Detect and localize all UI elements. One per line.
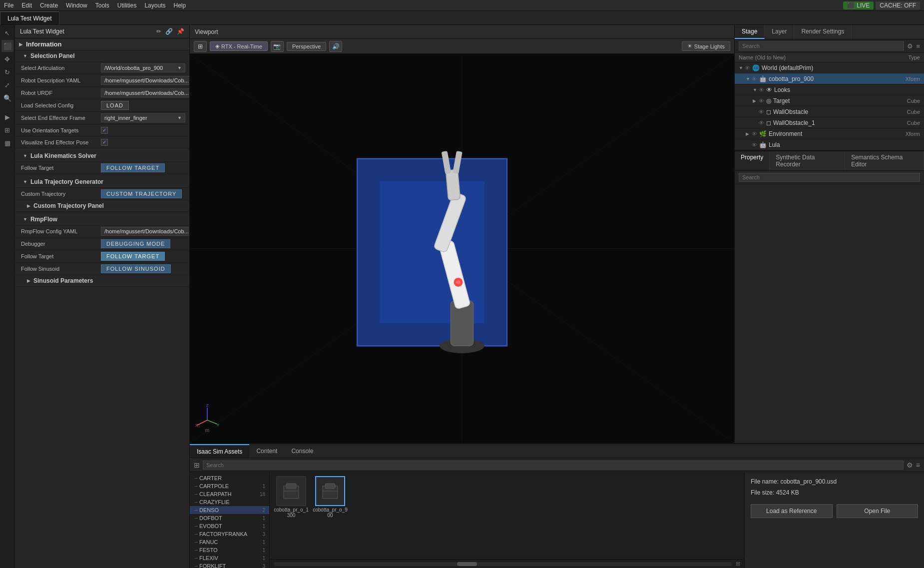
- sidebar-icon-grid[interactable]: ▦: [1, 137, 13, 149]
- tab-content[interactable]: Content: [249, 444, 284, 458]
- checkbox-visualize-eff[interactable]: [101, 139, 108, 146]
- checkbox-use-orientation[interactable]: [101, 127, 108, 134]
- vp-btn-perspective[interactable]: Perspective: [287, 42, 326, 51]
- field-rmpflow-config[interactable]: /home/mgussert/Downloads/Cob...: [101, 227, 190, 236]
- btn-stage-lights[interactable]: ☀ Stage Lights: [682, 41, 730, 51]
- tab-isaac-sim-assets[interactable]: Isaac Sim Assets: [190, 444, 249, 458]
- asset-tree-item-9[interactable]: → FESTO 1: [190, 546, 269, 554]
- stage-tree-item-1[interactable]: ▼ 👁 🤖 cobotta_pro_900 Xform: [735, 73, 924, 84]
- stage-tree-item-4[interactable]: 👁 ◻ WallObstacle Cube: [735, 106, 924, 117]
- menu-window[interactable]: Window: [66, 2, 87, 9]
- tab-console[interactable]: Console: [284, 444, 320, 458]
- tab-property[interactable]: Property: [735, 151, 770, 170]
- asset-tree-item-10[interactable]: → FLEXIV 1: [190, 554, 269, 562]
- btn-follow-target-kinematics[interactable]: FOLLOW TARGET: [101, 163, 165, 172]
- sidebar-icon-panels[interactable]: ⊞: [1, 124, 13, 136]
- viewport-canvas[interactable]: Z X Y m: [190, 54, 734, 443]
- btn-debugger[interactable]: DEBUGGING MODE: [101, 239, 170, 248]
- asset-tree-item-7[interactable]: → FACTORYFRANKA 3: [190, 530, 269, 538]
- tree-eye-6[interactable]: 👁: [752, 131, 757, 137]
- selection-panel-header[interactable]: ▼ Selection Panel: [15, 50, 189, 62]
- dropdown-select-articulation[interactable]: /World/cobotta_pro_900 ▼: [101, 63, 185, 72]
- field-robot-urdf[interactable]: /home/mgussert/Downloads/Cob...: [101, 88, 190, 97]
- asset-tree-item-8[interactable]: → FANUC 1: [190, 538, 269, 546]
- tab-render-settings[interactable]: Render Settings: [794, 25, 852, 39]
- tree-eye-5[interactable]: 👁: [759, 120, 764, 126]
- sidebar-icon-cursor[interactable]: ↖: [1, 27, 13, 39]
- tab-synthetic-data[interactable]: Synthetic Data Recorder: [770, 151, 845, 170]
- sidebar-icon-rotate[interactable]: ↻: [1, 66, 13, 78]
- section-information[interactable]: ▶ Information: [15, 38, 189, 50]
- asset-tree-item-4[interactable]: → DENSO 2: [190, 506, 269, 514]
- vp-btn-audio[interactable]: 🔊: [329, 41, 342, 52]
- vp-btn-camera-icon[interactable]: 📷: [271, 41, 284, 52]
- dropdown-end-effector[interactable]: right_inner_finger ▼: [101, 113, 185, 122]
- tree-eye-7[interactable]: 👁: [752, 142, 757, 148]
- stage-tree-item-7[interactable]: 👁 🤖 Lula: [735, 139, 924, 150]
- tab-stage[interactable]: Stage: [735, 25, 765, 39]
- menu-create[interactable]: Create: [40, 2, 58, 9]
- asset-tree-item-5[interactable]: → DOFBOT 1: [190, 514, 269, 522]
- vp-btn-layout[interactable]: ⊞: [194, 41, 207, 52]
- btn-follow-sinusoid[interactable]: FOLLOW SINUSOID: [101, 264, 171, 273]
- asset-tree-item-1[interactable]: → CARTPOLE 1: [190, 482, 269, 490]
- custom-trajectory-panel-header[interactable]: ▶ Custom Trajectory Panel: [15, 200, 189, 212]
- menu-tools[interactable]: Tools: [95, 2, 109, 9]
- tab-lula-test-widget[interactable]: Lula Test Widget: [0, 11, 59, 24]
- stage-tree-item-3[interactable]: ▶ 👁 ◎ Target Cube: [735, 95, 924, 106]
- asset-toolbar-icon[interactable]: ⊞: [194, 461, 200, 469]
- row-select-end-effector: Select End Effector Frame right_inner_fi…: [15, 112, 189, 124]
- stage-search-input[interactable]: [739, 41, 904, 50]
- sidebar-icon-move[interactable]: ✥: [1, 53, 13, 65]
- menu-utilities[interactable]: Utilities: [117, 2, 137, 9]
- btn-follow-target-rmpflow[interactable]: FOLLOW TARGET: [101, 252, 165, 261]
- tab-semantics-schema[interactable]: Semantics Schema Editor: [845, 151, 924, 170]
- sinusoid-params-header[interactable]: ▶ Sinusoid Parameters: [15, 275, 189, 287]
- rmpflow-header[interactable]: ▼ RmpFlow: [15, 214, 189, 225]
- scrollbar-thumb[interactable]: [457, 562, 477, 566]
- asset-tree-item-11[interactable]: → FORKLIFT 3: [190, 562, 269, 568]
- sidebar-icon-physics[interactable]: ▶: [1, 111, 13, 123]
- menu-layouts[interactable]: Layouts: [144, 2, 165, 9]
- asset-thumb-0[interactable]: cobotta_pr_o_1300: [274, 476, 309, 518]
- asset-view-icon[interactable]: ≡: [916, 461, 920, 469]
- tree-eye-1[interactable]: 👁: [752, 76, 757, 82]
- lula-kinematics-header[interactable]: ▼ Lula Kinematics Solver: [15, 150, 189, 162]
- stage-tree-item-5[interactable]: 👁 ◻ WallObstacle_1 Cube: [735, 117, 924, 128]
- asset-scrollbar[interactable]: ⊞: [270, 559, 744, 568]
- asset-thumb-1[interactable]: cobotta_pr_o_900: [313, 476, 348, 518]
- asset-search-input[interactable]: [203, 461, 904, 470]
- asset-settings-icon[interactable]: ⚙: [907, 461, 913, 469]
- stage-tree-item-2[interactable]: ▼ 👁 👁 Looks: [735, 84, 924, 95]
- menu-help[interactable]: Help: [173, 2, 186, 9]
- btn-open-file[interactable]: Open File: [837, 504, 919, 518]
- vp-btn-rtx[interactable]: ◈ RTX - Real-Time: [210, 41, 268, 51]
- sidebar-icon-select[interactable]: ⬛: [1, 40, 13, 52]
- widget-action-pin[interactable]: 📌: [177, 28, 184, 35]
- widget-action-edit[interactable]: ✏: [156, 28, 161, 35]
- menu-edit[interactable]: Edit: [21, 2, 32, 9]
- btn-load-as-reference[interactable]: Load as Reference: [751, 504, 833, 518]
- tab-layer[interactable]: Layer: [765, 25, 794, 39]
- btn-load-selected-config[interactable]: LOAD: [101, 101, 129, 110]
- stage-tree-item-6[interactable]: ▶ 👁 🌿 Environment Xform: [735, 128, 924, 139]
- tree-eye-3[interactable]: 👁: [759, 98, 764, 104]
- sidebar-icon-search[interactable]: 🔍: [1, 92, 13, 104]
- asset-tree-item-6[interactable]: → EVOBOT 1: [190, 522, 269, 530]
- tree-eye-0[interactable]: 👁: [745, 65, 750, 71]
- stage-filter-icon[interactable]: ⚙: [907, 42, 913, 50]
- field-robot-desc-yaml[interactable]: /home/mgussert/Downloads/Cob...: [101, 76, 190, 85]
- btn-custom-trajectory[interactable]: CUSTOM TRAJECTORY: [101, 189, 182, 198]
- menu-file[interactable]: File: [4, 2, 13, 9]
- tree-eye-2[interactable]: 👁: [759, 87, 764, 93]
- asset-tree-item-3[interactable]: → CRAZYFLIE: [190, 498, 269, 506]
- sidebar-icon-scale[interactable]: ⤢: [1, 79, 13, 91]
- widget-action-link[interactable]: 🔗: [165, 28, 173, 35]
- asset-tree-item-0[interactable]: → CARTER: [190, 474, 269, 482]
- tree-eye-4[interactable]: 👁: [759, 109, 764, 115]
- stage-more-icon[interactable]: ≡: [916, 42, 920, 50]
- stage-tree-item-0[interactable]: ▼ 👁 🌐 World (defaultPrim): [735, 62, 924, 73]
- property-search-input[interactable]: [739, 173, 920, 182]
- trajectory-generator-header[interactable]: ▼ Lula Trajectory Generator: [15, 176, 189, 188]
- asset-tree-item-2[interactable]: → CLEARPATH 18: [190, 490, 269, 498]
